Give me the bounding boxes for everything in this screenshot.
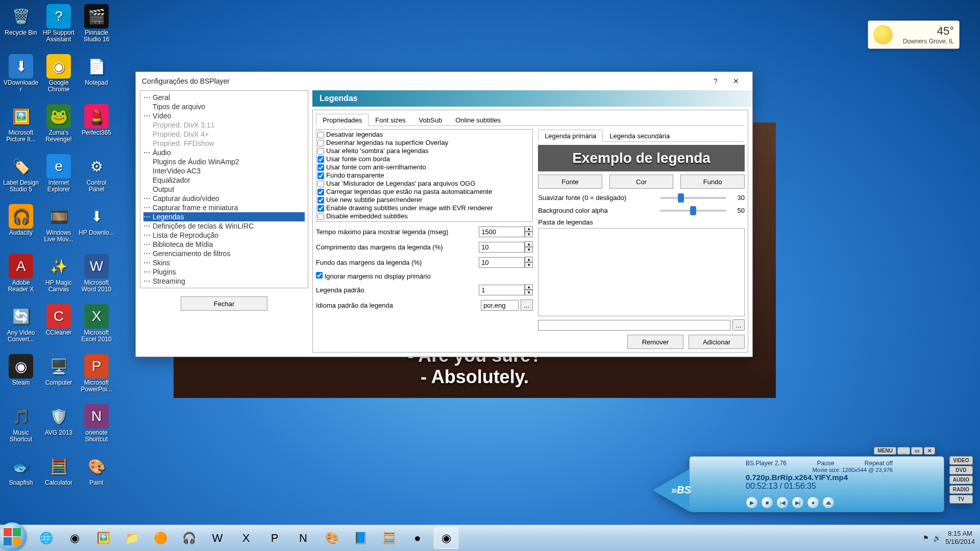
subtab[interactable]: Legenda secundária bbox=[603, 130, 676, 142]
tab[interactable]: Font sizes bbox=[369, 114, 412, 126]
spinner[interactable]: ▲▼ bbox=[525, 226, 533, 237]
tree-item[interactable]: ⋯ Geral bbox=[143, 93, 305, 102]
option-checkbox[interactable]: Usar 'Misturador de Legendas' para arqui… bbox=[317, 180, 531, 188]
tree-item[interactable]: ⋯ Lista de Reprodução bbox=[143, 231, 305, 240]
tree-item[interactable]: Propried. FFDshow bbox=[143, 139, 305, 148]
desktop-icon[interactable]: Nonenote Shortcut bbox=[78, 402, 115, 452]
desktop-icon[interactable]: 🎨Paint bbox=[78, 452, 115, 502]
player-mode-audio[interactable]: AUDIO bbox=[949, 475, 973, 484]
options-listbox[interactable]: Desativar legendasDesenhar legendas na s… bbox=[316, 129, 533, 222]
prev-button[interactable]: |◀ bbox=[776, 496, 789, 509]
taskbar-item[interactable]: 🟠 bbox=[148, 528, 173, 549]
desktop-icon[interactable]: 🐟Snapfish bbox=[2, 452, 40, 502]
taskbar-item[interactable]: X bbox=[234, 528, 258, 549]
taskbar-item[interactable]: 🌐 bbox=[34, 528, 58, 549]
padrao-input[interactable] bbox=[479, 285, 525, 295]
player-close[interactable]: ✕ bbox=[924, 447, 935, 455]
dialog-titlebar[interactable]: Configurações do BSPlayer ? ✕ bbox=[136, 72, 752, 90]
tree-item[interactable]: ⋯ Áudio bbox=[143, 148, 305, 157]
tree-item[interactable]: ⋯ Streaming bbox=[143, 277, 305, 286]
tab[interactable]: Propriedades bbox=[316, 114, 369, 126]
tree-item[interactable]: InterVideo AC3 bbox=[143, 166, 305, 176]
option-checkbox[interactable]: Disable embedded subtitles bbox=[317, 212, 531, 220]
taskbar-clock[interactable]: 8:15 AM 5/16/2014 bbox=[945, 530, 975, 545]
player-menu[interactable]: MENU bbox=[874, 447, 896, 455]
comprimento-input[interactable] bbox=[479, 242, 525, 253]
tree-item[interactable]: Plugins de Áudio WinAmp2 bbox=[143, 157, 305, 166]
tree-item[interactable]: ⋯ Definições de teclas & WinLIRC bbox=[143, 221, 305, 231]
subtab[interactable]: Legenda primária bbox=[538, 130, 603, 142]
system-tray[interactable]: ⚑ 🔊 8:15 AM 5/16/2014 bbox=[923, 524, 978, 551]
taskbar-item[interactable]: 📘 bbox=[348, 528, 373, 549]
desktop-icon[interactable]: 🎬Pinnacle Studio 16 bbox=[78, 2, 115, 52]
tree-item[interactable]: ⋯ Capturar áudio/vídeo bbox=[143, 194, 305, 203]
desktop-icon[interactable]: ⚙Control Panel bbox=[78, 152, 115, 202]
desktop-icon[interactable]: 🗑️Recycle Bin bbox=[2, 2, 40, 52]
tree-item[interactable]: ⋯ Skins bbox=[143, 258, 305, 267]
taskbar-item[interactable]: W bbox=[205, 528, 230, 549]
desktop-icon[interactable]: CCCleaner bbox=[40, 302, 78, 352]
bsplayer-widget[interactable]: MENU __ ▭ ✕ »BS BS.Player 2.76PauseRepea… bbox=[689, 447, 944, 523]
option-checkbox[interactable]: Desativar legendas bbox=[317, 131, 531, 139]
pasta-input[interactable] bbox=[538, 320, 730, 331]
desktop-icon[interactable]: ?HP Support Assistant bbox=[40, 2, 78, 52]
desktop-icon[interactable]: 🐸Zuma's Revenge! bbox=[40, 102, 78, 152]
suavizar-slider[interactable] bbox=[660, 197, 726, 199]
stop-button[interactable]: ■ bbox=[761, 496, 773, 509]
idioma-input[interactable] bbox=[481, 300, 519, 311]
spinner[interactable]: ▲▼ bbox=[525, 241, 533, 253]
tree-item[interactable]: ⋯ Capturar frame e miniatura bbox=[143, 203, 305, 212]
tree-item[interactable]: ⋯ Vídeo bbox=[143, 111, 305, 120]
desktop-icon[interactable]: ⬇VDownloader bbox=[2, 52, 40, 102]
option-checkbox[interactable]: Usar efeito 'sombra' para legendas bbox=[317, 147, 531, 155]
tempo-input[interactable] bbox=[479, 227, 525, 237]
player-mode-video[interactable]: VIDEO bbox=[949, 456, 973, 465]
tree-item[interactable]: ⋯ Gerenciamento de filtros bbox=[143, 249, 305, 258]
option-checkbox[interactable]: Usar fonte com borda bbox=[317, 155, 531, 163]
taskbar-item[interactable]: ◉ bbox=[434, 528, 458, 549]
fundo-button[interactable]: Fundo bbox=[680, 174, 745, 189]
player-mode-tv[interactable]: TV bbox=[949, 495, 973, 504]
tree-item[interactable]: Equalizador bbox=[143, 176, 305, 185]
taskbar-item[interactable]: 🎧 bbox=[177, 528, 201, 549]
fechar-button[interactable]: Fechar bbox=[181, 296, 267, 311]
tree-item[interactable]: Tipos de arquivo bbox=[143, 102, 305, 111]
tree-item[interactable]: ⋯ Plugins bbox=[143, 267, 305, 277]
desktop-icon[interactable]: ◉Google Chrome bbox=[40, 52, 78, 102]
spinner[interactable]: ▲▼ bbox=[525, 257, 533, 268]
idioma-browse[interactable]: ... bbox=[521, 299, 533, 311]
remover-button[interactable]: Remover bbox=[627, 335, 683, 349]
desktop-icon[interactable]: eInternet Explorer bbox=[40, 152, 78, 202]
taskbar-item[interactable]: ◉ bbox=[62, 528, 87, 549]
desktop-icon[interactable]: 🖥️Computer bbox=[40, 352, 78, 402]
option-checkbox[interactable]: Desenhar legendas na superfície Overlay bbox=[317, 139, 531, 147]
ignorar-checkbox[interactable]: Ignorar margens no display primário bbox=[316, 272, 431, 280]
desktop-icon[interactable]: 🎵Music Shortcut bbox=[2, 402, 40, 452]
option-checkbox[interactable]: Fundo transparente bbox=[317, 171, 531, 180]
fonte-button[interactable]: Fonte bbox=[538, 174, 602, 189]
pasta-browse[interactable]: ... bbox=[732, 319, 745, 331]
tab[interactable]: Online subtitles bbox=[449, 114, 507, 126]
cor-button[interactable]: Cor bbox=[609, 174, 674, 189]
player-mode-radio[interactable]: RADIO bbox=[949, 485, 973, 494]
option-checkbox[interactable]: Carregar legendas que estão na pasta aut… bbox=[317, 188, 531, 196]
rec-button[interactable]: ● bbox=[807, 496, 819, 509]
desktop-icon[interactable]: 📄Notepad bbox=[78, 52, 115, 102]
settings-tree[interactable]: ⋯ GeralTipos de arquivo⋯ VídeoPropried. … bbox=[140, 90, 308, 288]
tree-item[interactable]: Output bbox=[143, 185, 305, 194]
alpha-slider[interactable] bbox=[660, 210, 726, 212]
tree-item[interactable]: Propried. DivX 3.11 bbox=[143, 120, 305, 130]
adicionar-button[interactable]: Adicionar bbox=[689, 335, 745, 349]
taskbar-item[interactable]: ● bbox=[405, 528, 430, 549]
taskbar-item[interactable]: N bbox=[291, 528, 315, 549]
option-checkbox[interactable]: Enable drawing subtitles under image wit… bbox=[317, 204, 531, 212]
desktop-icon[interactable]: 🏷️Label Design Studio 5 bbox=[2, 152, 40, 202]
option-checkbox[interactable]: Use new subtitle parser/renderer bbox=[317, 196, 531, 204]
player-min[interactable]: __ bbox=[897, 447, 910, 455]
help-button[interactable]: ? bbox=[705, 74, 726, 88]
tree-item[interactable]: ⋯ Legendas bbox=[143, 212, 305, 221]
desktop-icon[interactable]: PMicrosoft PowerPoi... bbox=[78, 352, 115, 402]
desktop-icon[interactable]: 🛡️AVG 2013 bbox=[40, 402, 78, 452]
desktop-icon[interactable]: ✨HP Magic Canvas bbox=[40, 252, 78, 302]
close-button[interactable]: ✕ bbox=[726, 74, 746, 88]
